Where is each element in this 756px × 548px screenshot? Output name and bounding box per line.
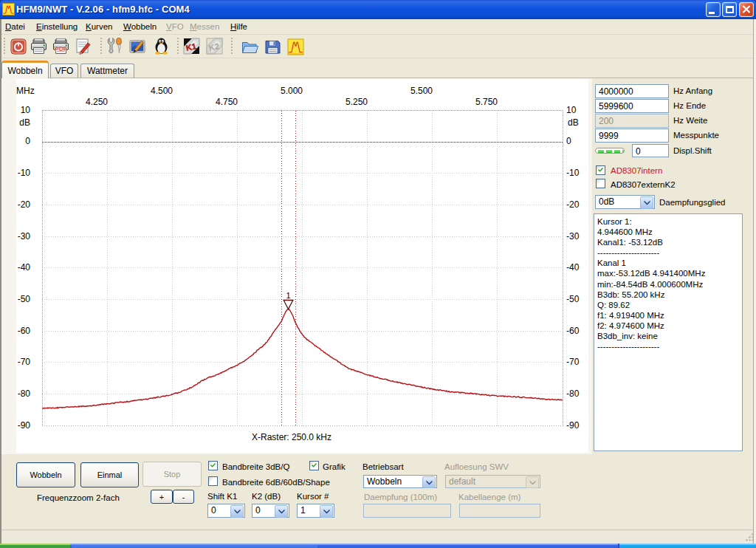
svg-text:-90: -90 [18, 420, 31, 431]
svg-text:dB: dB [19, 117, 30, 128]
svg-text:5.750: 5.750 [475, 97, 498, 107]
svg-text:-50: -50 [18, 294, 31, 304]
svg-text:10: 10 [566, 105, 577, 115]
svg-text:-30: -30 [18, 231, 31, 242]
svg-text:4.500: 4.500 [151, 86, 173, 96]
svg-text:1: 1 [286, 291, 290, 300]
svg-text:4.250: 4.250 [86, 97, 108, 107]
svg-text:-70: -70 [566, 357, 580, 367]
svg-text:-80: -80 [18, 388, 31, 399]
svg-text:dB: dB [568, 117, 579, 128]
svg-text:0: 0 [566, 136, 571, 146]
svg-text:-50: -50 [566, 294, 580, 304]
svg-text:-80: -80 [566, 388, 580, 399]
svg-text:10: 10 [21, 105, 31, 115]
svg-text:-30: -30 [566, 231, 580, 242]
svg-text:5.000: 5.000 [281, 86, 303, 96]
svg-text:X-Raster: 250.0 kHz: X-Raster: 250.0 kHz [252, 432, 331, 442]
svg-text:-40: -40 [18, 262, 31, 273]
svg-text:4.750: 4.750 [216, 97, 238, 107]
svg-text:5.250: 5.250 [346, 97, 368, 107]
svg-text:-40: -40 [566, 262, 580, 273]
svg-text:-20: -20 [566, 199, 580, 210]
svg-text:MHz: MHz [16, 86, 35, 96]
svg-text:-60: -60 [18, 326, 31, 336]
svg-text:-70: -70 [18, 357, 31, 367]
svg-text:-20: -20 [18, 199, 31, 210]
svg-text:-60: -60 [566, 326, 580, 336]
svg-text:5.500: 5.500 [410, 86, 433, 96]
svg-text:-10: -10 [566, 168, 580, 178]
svg-text:0: 0 [25, 136, 30, 146]
svg-text:-10: -10 [18, 168, 31, 178]
svg-text:PDF: PDF [55, 45, 67, 52]
svg-text:-90: -90 [566, 420, 580, 431]
